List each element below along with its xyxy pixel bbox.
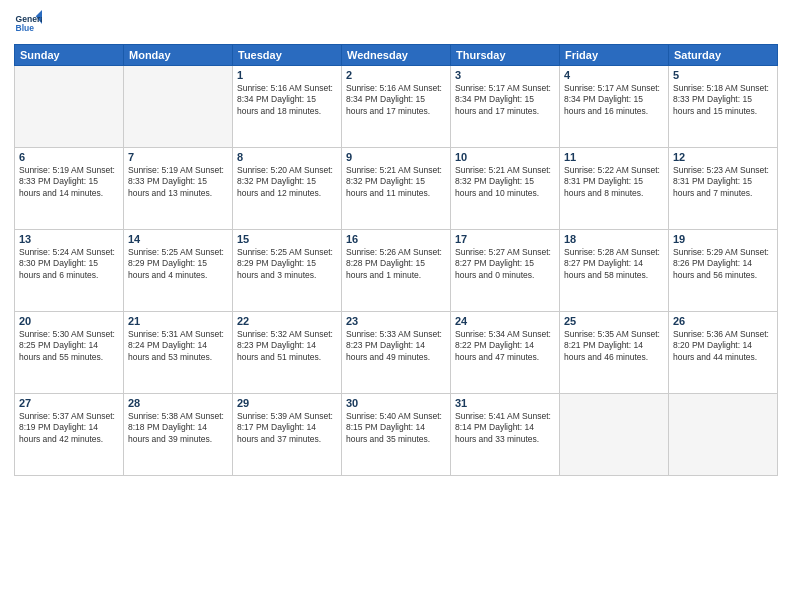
- day-number: 7: [128, 151, 228, 163]
- cell-info: Sunrise: 5:17 AM Sunset: 8:34 PM Dayligh…: [564, 83, 664, 117]
- calendar-cell: 11Sunrise: 5:22 AM Sunset: 8:31 PM Dayli…: [560, 148, 669, 230]
- calendar-cell: 1Sunrise: 5:16 AM Sunset: 8:34 PM Daylig…: [233, 66, 342, 148]
- cell-info: Sunrise: 5:22 AM Sunset: 8:31 PM Dayligh…: [564, 165, 664, 199]
- day-number: 8: [237, 151, 337, 163]
- day-number: 1: [237, 69, 337, 81]
- day-number: 17: [455, 233, 555, 245]
- cell-info: Sunrise: 5:30 AM Sunset: 8:25 PM Dayligh…: [19, 329, 119, 363]
- calendar-cell: 30Sunrise: 5:40 AM Sunset: 8:15 PM Dayli…: [342, 394, 451, 476]
- day-number: 24: [455, 315, 555, 327]
- cell-info: Sunrise: 5:34 AM Sunset: 8:22 PM Dayligh…: [455, 329, 555, 363]
- cell-info: Sunrise: 5:32 AM Sunset: 8:23 PM Dayligh…: [237, 329, 337, 363]
- cell-info: Sunrise: 5:28 AM Sunset: 8:27 PM Dayligh…: [564, 247, 664, 281]
- header: General Blue: [14, 10, 778, 38]
- calendar-cell: 4Sunrise: 5:17 AM Sunset: 8:34 PM Daylig…: [560, 66, 669, 148]
- calendar-cell: 7Sunrise: 5:19 AM Sunset: 8:33 PM Daylig…: [124, 148, 233, 230]
- day-number: 25: [564, 315, 664, 327]
- day-number: 4: [564, 69, 664, 81]
- calendar-cell: 28Sunrise: 5:38 AM Sunset: 8:18 PM Dayli…: [124, 394, 233, 476]
- day-number: 31: [455, 397, 555, 409]
- cell-info: Sunrise: 5:21 AM Sunset: 8:32 PM Dayligh…: [455, 165, 555, 199]
- calendar-cell: 10Sunrise: 5:21 AM Sunset: 8:32 PM Dayli…: [451, 148, 560, 230]
- calendar-cell: 9Sunrise: 5:21 AM Sunset: 8:32 PM Daylig…: [342, 148, 451, 230]
- cell-info: Sunrise: 5:41 AM Sunset: 8:14 PM Dayligh…: [455, 411, 555, 445]
- week-row-2: 6Sunrise: 5:19 AM Sunset: 8:33 PM Daylig…: [15, 148, 778, 230]
- calendar-cell: 22Sunrise: 5:32 AM Sunset: 8:23 PM Dayli…: [233, 312, 342, 394]
- week-row-5: 27Sunrise: 5:37 AM Sunset: 8:19 PM Dayli…: [15, 394, 778, 476]
- calendar-cell: 25Sunrise: 5:35 AM Sunset: 8:21 PM Dayli…: [560, 312, 669, 394]
- cell-info: Sunrise: 5:18 AM Sunset: 8:33 PM Dayligh…: [673, 83, 773, 117]
- calendar-cell: 13Sunrise: 5:24 AM Sunset: 8:30 PM Dayli…: [15, 230, 124, 312]
- cell-info: Sunrise: 5:38 AM Sunset: 8:18 PM Dayligh…: [128, 411, 228, 445]
- day-number: 16: [346, 233, 446, 245]
- cell-info: Sunrise: 5:19 AM Sunset: 8:33 PM Dayligh…: [19, 165, 119, 199]
- day-number: 22: [237, 315, 337, 327]
- day-number: 20: [19, 315, 119, 327]
- day-number: 5: [673, 69, 773, 81]
- calendar-cell: 18Sunrise: 5:28 AM Sunset: 8:27 PM Dayli…: [560, 230, 669, 312]
- day-number: 13: [19, 233, 119, 245]
- day-number: 23: [346, 315, 446, 327]
- cell-info: Sunrise: 5:17 AM Sunset: 8:34 PM Dayligh…: [455, 83, 555, 117]
- cell-info: Sunrise: 5:37 AM Sunset: 8:19 PM Dayligh…: [19, 411, 119, 445]
- day-number: 2: [346, 69, 446, 81]
- calendar-table: SundayMondayTuesdayWednesdayThursdayFrid…: [14, 44, 778, 476]
- calendar-cell: 21Sunrise: 5:31 AM Sunset: 8:24 PM Dayli…: [124, 312, 233, 394]
- cell-info: Sunrise: 5:27 AM Sunset: 8:27 PM Dayligh…: [455, 247, 555, 281]
- cell-info: Sunrise: 5:23 AM Sunset: 8:31 PM Dayligh…: [673, 165, 773, 199]
- cell-info: Sunrise: 5:24 AM Sunset: 8:30 PM Dayligh…: [19, 247, 119, 281]
- calendar-cell: 5Sunrise: 5:18 AM Sunset: 8:33 PM Daylig…: [669, 66, 778, 148]
- calendar-cell: 8Sunrise: 5:20 AM Sunset: 8:32 PM Daylig…: [233, 148, 342, 230]
- cell-info: Sunrise: 5:40 AM Sunset: 8:15 PM Dayligh…: [346, 411, 446, 445]
- calendar-cell: 6Sunrise: 5:19 AM Sunset: 8:33 PM Daylig…: [15, 148, 124, 230]
- weekday-header-saturday: Saturday: [669, 45, 778, 66]
- calendar-cell: 15Sunrise: 5:25 AM Sunset: 8:29 PM Dayli…: [233, 230, 342, 312]
- day-number: 29: [237, 397, 337, 409]
- calendar-cell: [669, 394, 778, 476]
- page: General Blue SundayMondayTuesdayWednesda…: [0, 0, 792, 612]
- weekday-header-tuesday: Tuesday: [233, 45, 342, 66]
- calendar-cell: 12Sunrise: 5:23 AM Sunset: 8:31 PM Dayli…: [669, 148, 778, 230]
- calendar-cell: 31Sunrise: 5:41 AM Sunset: 8:14 PM Dayli…: [451, 394, 560, 476]
- day-number: 3: [455, 69, 555, 81]
- calendar-cell: 24Sunrise: 5:34 AM Sunset: 8:22 PM Dayli…: [451, 312, 560, 394]
- week-row-3: 13Sunrise: 5:24 AM Sunset: 8:30 PM Dayli…: [15, 230, 778, 312]
- weekday-header-thursday: Thursday: [451, 45, 560, 66]
- day-number: 6: [19, 151, 119, 163]
- day-number: 27: [19, 397, 119, 409]
- day-number: 12: [673, 151, 773, 163]
- cell-info: Sunrise: 5:25 AM Sunset: 8:29 PM Dayligh…: [128, 247, 228, 281]
- day-number: 21: [128, 315, 228, 327]
- weekday-header-friday: Friday: [560, 45, 669, 66]
- cell-info: Sunrise: 5:26 AM Sunset: 8:28 PM Dayligh…: [346, 247, 446, 281]
- cell-info: Sunrise: 5:25 AM Sunset: 8:29 PM Dayligh…: [237, 247, 337, 281]
- calendar-cell: 26Sunrise: 5:36 AM Sunset: 8:20 PM Dayli…: [669, 312, 778, 394]
- calendar-cell: [560, 394, 669, 476]
- day-number: 18: [564, 233, 664, 245]
- cell-info: Sunrise: 5:20 AM Sunset: 8:32 PM Dayligh…: [237, 165, 337, 199]
- cell-info: Sunrise: 5:16 AM Sunset: 8:34 PM Dayligh…: [346, 83, 446, 117]
- logo-icon: General Blue: [14, 10, 42, 38]
- calendar-cell: 16Sunrise: 5:26 AM Sunset: 8:28 PM Dayli…: [342, 230, 451, 312]
- logo: General Blue: [14, 10, 42, 38]
- day-number: 28: [128, 397, 228, 409]
- week-row-4: 20Sunrise: 5:30 AM Sunset: 8:25 PM Dayli…: [15, 312, 778, 394]
- day-number: 19: [673, 233, 773, 245]
- day-number: 15: [237, 233, 337, 245]
- weekday-header-sunday: Sunday: [15, 45, 124, 66]
- calendar-cell: [124, 66, 233, 148]
- calendar-cell: 23Sunrise: 5:33 AM Sunset: 8:23 PM Dayli…: [342, 312, 451, 394]
- calendar-cell: [15, 66, 124, 148]
- calendar-cell: 17Sunrise: 5:27 AM Sunset: 8:27 PM Dayli…: [451, 230, 560, 312]
- weekday-header-row: SundayMondayTuesdayWednesdayThursdayFrid…: [15, 45, 778, 66]
- day-number: 10: [455, 151, 555, 163]
- calendar-cell: 20Sunrise: 5:30 AM Sunset: 8:25 PM Dayli…: [15, 312, 124, 394]
- calendar-cell: 29Sunrise: 5:39 AM Sunset: 8:17 PM Dayli…: [233, 394, 342, 476]
- cell-info: Sunrise: 5:31 AM Sunset: 8:24 PM Dayligh…: [128, 329, 228, 363]
- cell-info: Sunrise: 5:35 AM Sunset: 8:21 PM Dayligh…: [564, 329, 664, 363]
- calendar-cell: 3Sunrise: 5:17 AM Sunset: 8:34 PM Daylig…: [451, 66, 560, 148]
- day-number: 9: [346, 151, 446, 163]
- cell-info: Sunrise: 5:33 AM Sunset: 8:23 PM Dayligh…: [346, 329, 446, 363]
- day-number: 14: [128, 233, 228, 245]
- calendar-cell: 27Sunrise: 5:37 AM Sunset: 8:19 PM Dayli…: [15, 394, 124, 476]
